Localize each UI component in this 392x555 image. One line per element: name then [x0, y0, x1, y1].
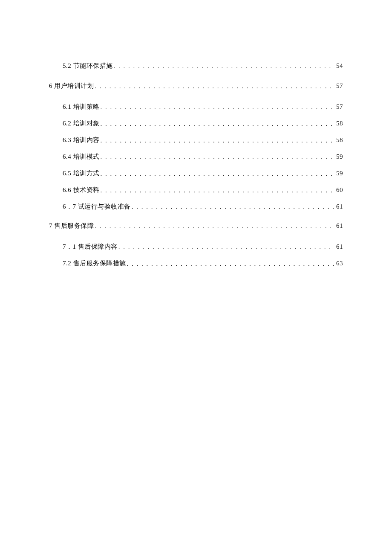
toc-leader-dots	[114, 63, 334, 70]
toc-entry-title: 6 用户培训计划	[49, 82, 94, 90]
toc-leader-dots	[118, 244, 334, 251]
toc-entry: 6 用户培训计划 57	[49, 82, 343, 90]
toc-leader-dots	[132, 203, 334, 211]
toc-entry-page: 54	[334, 62, 343, 70]
toc-entry: 6.1 培训策略 57	[49, 103, 343, 111]
toc-entry-page: 57	[334, 82, 343, 90]
toc-entry-page: 57	[334, 103, 343, 110]
toc-entry-title: 6.1 培训策略	[63, 103, 100, 111]
toc-entry-page: 59	[334, 153, 343, 160]
toc-entry: 6.6 技术资料 60	[49, 186, 343, 194]
toc-entry: 6.4 培训模式 59	[49, 153, 343, 161]
toc-leader-dots	[101, 187, 334, 194]
toc-entry-title: 6．7 试运行与验收准备	[63, 203, 131, 211]
toc-entry: 6.5 培训方式 59	[49, 169, 343, 177]
toc-entry: 7 售后服务保障 61	[49, 222, 343, 230]
toc-entry-page: 63	[334, 260, 343, 267]
toc-leader-dots	[101, 154, 334, 161]
toc-entry-title: 6.5 培训方式	[63, 169, 100, 177]
toc-entry-page: 58	[334, 120, 343, 127]
toc-entry: 7.2 售后服务保障措施 63	[49, 259, 343, 267]
toc-entry-page: 59	[334, 170, 343, 177]
toc-entry-title: 6.4 培训模式	[63, 153, 100, 161]
toc-leader-dots	[101, 137, 334, 144]
toc-entry-title: 7．1 售后保障内容	[63, 243, 118, 251]
toc-leader-dots	[101, 120, 334, 128]
toc-entry-page: 61	[334, 203, 343, 210]
toc-entry-title: 5.2 节能环保措施	[63, 62, 113, 70]
toc-entry-page: 58	[334, 137, 343, 144]
toc-leader-dots	[95, 83, 334, 90]
toc-leader-dots	[101, 104, 334, 111]
toc-entry-page: 61	[334, 222, 343, 230]
toc-entry-title: 6.3 培训内容	[63, 136, 100, 144]
toc-entry: 6.3 培训内容 58	[49, 136, 343, 144]
toc-entry-title: 6.2 培训对象	[63, 119, 100, 128]
toc-entry: 7．1 售后保障内容 61	[49, 243, 343, 251]
toc-entry-page: 60	[334, 186, 343, 194]
toc-entry: 6．7 试运行与验收准备 61	[49, 203, 343, 211]
toc-entry-title: 7 售后服务保障	[49, 222, 94, 230]
table-of-contents: 5.2 节能环保措施 54 6 用户培训计划 57 6.1 培训策略 57 6.…	[49, 62, 343, 267]
toc-entry: 5.2 节能环保措施 54	[49, 62, 343, 70]
toc-entry-page: 61	[334, 243, 343, 250]
toc-entry-title: 6.6 技术资料	[63, 186, 100, 194]
toc-entry: 6.2 培训对象 58	[49, 119, 343, 128]
toc-entry-title: 7.2 售后服务保障措施	[63, 259, 126, 267]
toc-leader-dots	[127, 260, 334, 267]
toc-leader-dots	[101, 170, 334, 177]
toc-leader-dots	[95, 223, 334, 230]
